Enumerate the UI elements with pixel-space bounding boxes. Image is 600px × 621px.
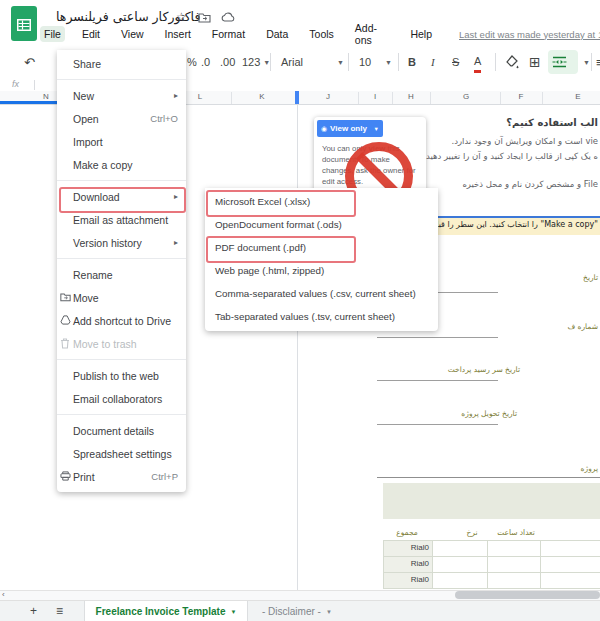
column-header-i[interactable]: I bbox=[374, 92, 376, 101]
scroll-left-icon[interactable]: ‹ bbox=[2, 590, 5, 599]
strikethrough-button[interactable]: S bbox=[452, 46, 459, 78]
total-cell: Rial0 bbox=[384, 573, 433, 588]
italic-button[interactable]: I bbox=[431, 46, 435, 78]
column-header-f[interactable]: F bbox=[519, 92, 524, 101]
file-menu: Share New▸ OpenCtrl+O Import Make a copy… bbox=[57, 50, 186, 492]
submenu-arrow-icon: ▸ bbox=[174, 238, 178, 247]
menu-insert[interactable]: Insert bbox=[161, 26, 195, 42]
menu-edit[interactable]: Edit bbox=[78, 26, 104, 42]
all-sheets-icon[interactable]: ≡ bbox=[56, 604, 63, 618]
menu-item-move-to-trash: Move to trash bbox=[57, 332, 186, 355]
form-label-project: پروژه bbox=[581, 464, 598, 473]
merge-cells-icon[interactable] bbox=[552, 46, 567, 78]
bold-button[interactable]: B bbox=[408, 46, 416, 78]
submenu-arrow-icon: ▸ bbox=[174, 91, 178, 100]
frozen-pane-divider[interactable] bbox=[295, 91, 299, 104]
printer-icon bbox=[60, 471, 71, 482]
selected-column-indicator bbox=[0, 101, 58, 104]
menu-item-add-shortcut-to-drive[interactable]: Add shortcut to Drive bbox=[57, 309, 186, 332]
form-label-invoice-number: شماره ف bbox=[567, 322, 598, 331]
menu-format[interactable]: Format bbox=[208, 26, 249, 42]
column-header-j[interactable]: J bbox=[326, 92, 330, 101]
frozen-pane-line bbox=[297, 104, 298, 590]
view-only-badge[interactable]: ◉ View only ▼ bbox=[317, 120, 383, 137]
submenu-item-tsv[interactable]: Tab-separated values (.tsv, current shee… bbox=[205, 305, 438, 328]
percent-format-button[interactable]: % bbox=[187, 46, 197, 78]
total-cell: Rial0 bbox=[384, 541, 433, 556]
last-edit-link[interactable]: Last edit was made yesterday at 10:22 AM… bbox=[459, 29, 600, 40]
formula-bar-divider bbox=[34, 80, 35, 90]
annotation-box-xlsx bbox=[206, 190, 356, 217]
column-header-g[interactable]: G bbox=[463, 92, 469, 101]
column-header-l[interactable]: L bbox=[198, 92, 202, 101]
column-header-e[interactable]: E bbox=[575, 92, 580, 101]
fill-color-icon[interactable] bbox=[505, 46, 519, 78]
font-family-select[interactable]: Arial bbox=[281, 46, 303, 78]
menu-item-publish-to-the-web[interactable]: Publish to the web bbox=[57, 364, 186, 387]
chevron-down-icon: ▼ bbox=[230, 609, 236, 615]
menu-data[interactable]: Data bbox=[262, 26, 292, 42]
table-row: Rial0 bbox=[384, 541, 600, 557]
table-row: Rial0 bbox=[384, 557, 600, 573]
menu-item-open[interactable]: OpenCtrl+O bbox=[57, 107, 186, 130]
menu-file[interactable]: File bbox=[40, 26, 65, 42]
menu-item-version-history[interactable]: Version history▸ bbox=[57, 231, 186, 254]
invoice-table: Rial0 Rial0 Rial0 bbox=[383, 540, 600, 589]
table-header-hours: تعداد ساعت bbox=[497, 528, 535, 537]
menu-item-print[interactable]: PrintCtrl+P bbox=[57, 465, 186, 488]
undo-icon[interactable]: ↶ bbox=[24, 46, 35, 78]
menu-view[interactable]: View bbox=[117, 26, 148, 42]
menu-item-share[interactable]: Share bbox=[57, 52, 186, 75]
annotation-box-download bbox=[59, 187, 186, 213]
sheet-tab-disclaimer[interactable]: - Disclaimer - ▼ bbox=[252, 601, 342, 621]
column-header-h[interactable]: H bbox=[408, 92, 414, 101]
menu-add-ons[interactable]: Add-ons bbox=[351, 20, 394, 48]
column-header-k[interactable]: K bbox=[259, 92, 264, 101]
menu-bar: File Edit View Insert Format Data Tools … bbox=[40, 25, 600, 43]
decrease-decimal-button[interactable]: .0 bbox=[201, 46, 210, 78]
trash-icon bbox=[60, 338, 71, 349]
table-header-rate: نرخ bbox=[466, 528, 477, 537]
add-sheet-icon[interactable]: + bbox=[30, 604, 37, 618]
move-folder-icon[interactable] bbox=[198, 12, 211, 23]
number-format-button[interactable]: 123▼ bbox=[242, 46, 270, 78]
chevron-down-icon[interactable]: ▼ bbox=[385, 46, 392, 78]
menu-item-rename[interactable]: Rename bbox=[57, 263, 186, 286]
instructions-heading: الب استفاده کنیم؟ bbox=[506, 117, 598, 128]
chevron-down-icon: ▼ bbox=[374, 126, 379, 132]
instructions-line-3: File و مشخص کردن نام و محل ذخیره bbox=[462, 179, 598, 189]
increase-decimal-button[interactable]: .00 bbox=[220, 46, 235, 78]
text-color-button[interactable]: A bbox=[474, 52, 481, 73]
borders-icon[interactable]: ⊞ bbox=[529, 46, 541, 78]
form-label-delivery-date: تاریخ تحویل پروژه bbox=[461, 409, 517, 418]
star-icon[interactable]: ☆ bbox=[176, 10, 187, 24]
menu-item-email-collaborators[interactable]: Email collaborators bbox=[57, 387, 186, 410]
move-folder-icon bbox=[60, 292, 71, 303]
instructions-line-1: vie است و امکان ویرایش آن وجود ندارد. bbox=[451, 136, 598, 146]
menu-item-import[interactable]: Import bbox=[57, 130, 186, 153]
sheet-tab-active[interactable]: Freelance Invoice Template ▼ bbox=[84, 601, 248, 621]
submenu-item-csv[interactable]: Comma-separated values (.csv, current sh… bbox=[205, 282, 438, 305]
chevron-down-icon[interactable]: ▼ bbox=[337, 46, 344, 78]
drive-icon bbox=[60, 315, 71, 326]
table-row: Rial0 bbox=[384, 573, 600, 589]
horizontal-align-icon[interactable]: ≡ bbox=[596, 46, 600, 78]
menu-tools[interactable]: Tools bbox=[305, 26, 338, 42]
menu-help[interactable]: Help bbox=[406, 26, 436, 42]
fx-label: fx bbox=[12, 79, 19, 89]
form-label-payment-due-date: تاریخ سر رسید پرداخت bbox=[448, 365, 520, 374]
menu-item-spreadsheet-settings[interactable]: Spreadsheet settings bbox=[57, 442, 186, 465]
chevron-down-icon[interactable]: ▼ bbox=[583, 46, 590, 78]
total-cell: Rial0 bbox=[384, 557, 433, 572]
highlighted-instruction-text: "Make a copy" را انتخاب کنید. این سطر را… bbox=[433, 220, 598, 229]
font-size-select[interactable]: 10 bbox=[359, 46, 371, 78]
sheets-logo-icon[interactable] bbox=[10, 5, 38, 42]
menu-item-document-details[interactable]: Document details bbox=[57, 419, 186, 442]
menu-item-move[interactable]: Move bbox=[57, 286, 186, 309]
cloud-status-icon[interactable] bbox=[221, 12, 235, 22]
menu-item-new[interactable]: New▸ bbox=[57, 84, 186, 107]
column-header-n[interactable]: N bbox=[43, 92, 49, 101]
chevron-down-icon: ▼ bbox=[326, 609, 332, 615]
menu-item-make-a-copy[interactable]: Make a copy bbox=[57, 153, 186, 176]
horizontal-scrollbar-thumb[interactable] bbox=[455, 591, 600, 599]
